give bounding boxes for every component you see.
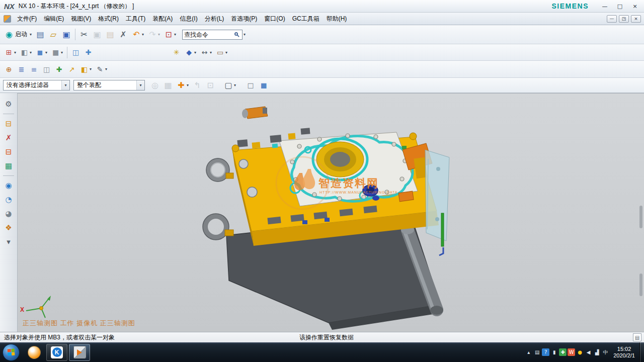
wps-tray-icon[interactable]: W: [568, 348, 575, 356]
menu-item-9[interactable]: 窗口(O): [261, 13, 288, 25]
kingsoft-taskbar-button[interactable]: K: [46, 344, 67, 361]
part-navigator-icon[interactable]: ⊟: [3, 146, 14, 157]
background-button[interactable]: ■▾: [50, 47, 64, 58]
menu-item-6[interactable]: 信息(I): [176, 13, 201, 25]
taskbar-clock[interactable]: 15:02 2020/2/1: [613, 346, 635, 359]
wireframe-object-button[interactable]: ◻: [245, 80, 257, 91]
rectangle-select-button[interactable]: ▢▾: [222, 80, 237, 91]
menu-item-7[interactable]: 分析(L): [201, 13, 228, 25]
menu-item-4[interactable]: 工具(T): [122, 13, 149, 25]
materials-icon[interactable]: ❖: [3, 222, 14, 233]
assembly-constraints-button[interactable]: ✚: [53, 64, 65, 74]
chevron-down-icon: ▾: [61, 80, 69, 90]
network-tray-icon[interactable]: ▟: [593, 348, 601, 356]
assembly-constraints-button-glyph: ✚: [55, 65, 63, 73]
viewport-scrollbar[interactable]: [639, 206, 642, 228]
menu-item-8[interactable]: 首选项(P): [227, 13, 261, 25]
scene-icon[interactable]: ◕: [3, 208, 14, 219]
menu-item-10[interactable]: GC工具箱: [289, 13, 323, 25]
status-log-icon[interactable]: ▤: [633, 333, 641, 341]
netdisk-tray-icon[interactable]: ●: [576, 348, 584, 356]
help-tray-icon[interactable]: ?: [542, 348, 549, 356]
measure-distance-button[interactable]: ↔▾: [199, 47, 213, 58]
reuse-library-icon-glyph: ▦: [4, 161, 13, 170]
maximize-button[interactable]: □: [613, 2, 626, 11]
display-tray-icon-glyph: ▤: [533, 348, 541, 356]
doc-minimize-button[interactable]: —: [607, 15, 617, 23]
undo-button[interactable]: ↶▾: [130, 29, 145, 40]
viewport-scrollbar[interactable]: [639, 274, 642, 296]
save-button[interactable]: ▣: [60, 29, 72, 40]
show-desktop-button[interactable]: [639, 342, 644, 362]
pan-view-button[interactable]: ✚: [83, 47, 94, 58]
security-tray-icon[interactable]: ✚: [559, 348, 567, 356]
new-file-button[interactable]: ▤: [34, 29, 46, 40]
history-icon[interactable]: ◔: [3, 194, 14, 205]
open-button[interactable]: ▱: [47, 29, 59, 40]
cad-model-canvas[interactable]: 智造资料网 HTTP://WWW.MANUFACTURING-DATA X: [18, 94, 644, 332]
touch-mode-button[interactable]: ⊡▾: [163, 29, 178, 40]
start-menu-button[interactable]: ◉启动▾: [3, 29, 33, 40]
model-center-bore: [313, 139, 367, 180]
edit-component-button[interactable]: ✎▾: [94, 64, 109, 74]
view-orientation-button[interactable]: ◼▾: [34, 47, 49, 58]
point-constructor-button[interactable]: ◆▾: [183, 47, 198, 58]
add-to-selection-button[interactable]: ✚▾: [175, 80, 190, 91]
move-component-button[interactable]: ↗: [66, 64, 77, 74]
start-button[interactable]: [3, 344, 20, 361]
cut-button[interactable]: ✂: [78, 29, 90, 40]
add-to-selection-button-glyph: ✚: [177, 81, 186, 90]
close-button[interactable]: ×: [628, 2, 641, 11]
roles-gear-icon[interactable]: ⚙: [3, 99, 14, 110]
find-component-button[interactable]: ⊕: [3, 64, 15, 74]
reuse-library-icon[interactable]: ▦: [3, 160, 14, 171]
standard-toolbar-icons: ◉启动▾▤▱▣✂▣▤✗↶▾↷▾⊡▾: [3, 29, 178, 40]
assembly-sequence-button[interactable]: ≡: [28, 64, 40, 74]
ruler-button[interactable]: ▭▾: [214, 47, 229, 58]
assembly-toolbar-icons: ⊕≣≡◫✚↗◧▾✎▾: [3, 64, 109, 74]
usb-tray-icon[interactable]: ▮: [550, 348, 558, 356]
fit-window-button[interactable]: ⊞▾: [3, 47, 18, 58]
constraint-navigator-icon[interactable]: ✗: [3, 132, 14, 143]
doc-close-button[interactable]: ×: [631, 15, 641, 23]
show-hide-button[interactable]: ◫: [70, 47, 82, 58]
render-style-button[interactable]: ◧▾: [19, 47, 33, 58]
chevron-down-icon: ▾: [194, 50, 196, 55]
minimize-button[interactable]: —: [598, 2, 611, 11]
web-browser-icon[interactable]: ◉: [3, 180, 14, 191]
sidebar-more-icon[interactable]: ▾: [3, 236, 14, 247]
menu-item-3[interactable]: 格式(R): [95, 13, 122, 25]
browser-taskbar-button[interactable]: [24, 344, 45, 361]
scope-filter-dropdown[interactable]: 整个装配 ▾: [73, 80, 145, 90]
shaded-object-button[interactable]: ◼: [258, 80, 270, 91]
window-title: NX 10 - 基本环境 - [24_x_t.prt （修改的） ]: [19, 2, 134, 11]
menu-item-2[interactable]: 视图(V): [67, 13, 95, 25]
menu-item-11[interactable]: 帮助(H): [323, 13, 351, 25]
input-method-icon[interactable]: 中: [602, 348, 609, 356]
search-input[interactable]: [184, 31, 233, 38]
delete-button[interactable]: ✗: [117, 29, 129, 40]
snap-point-button[interactable]: ✳: [171, 47, 182, 58]
assembly-navigator-icon[interactable]: ⊟: [3, 118, 14, 129]
hidden-icons-button[interactable]: ▴: [525, 348, 532, 356]
wave-link-button[interactable]: ◫: [41, 64, 52, 74]
search-dropdown-caret[interactable]: ▾: [244, 32, 246, 37]
search-icon[interactable]: [234, 32, 238, 36]
chevron-down-icon: ▾: [136, 80, 144, 90]
nx-taskbar-button[interactable]: [69, 344, 90, 361]
menu-item-5[interactable]: 装配(A): [149, 13, 176, 25]
exploded-view-button[interactable]: ≣: [16, 64, 27, 74]
title-bar: NX NX 10 - 基本环境 - [24_x_t.prt （修改的） ] SI…: [0, 0, 644, 13]
menu-item-0[interactable]: 文件(F): [14, 13, 40, 25]
menu-item-1[interactable]: 编辑(E): [40, 13, 67, 25]
doc-restore-button[interactable]: ◳: [619, 15, 629, 23]
display-tray-icon[interactable]: ▤: [533, 348, 541, 356]
kingsoft-icon: K: [51, 346, 63, 358]
add-component-button[interactable]: ◧▾: [78, 64, 93, 74]
command-finder[interactable]: [182, 30, 243, 40]
separator: [67, 47, 67, 58]
volume-tray-icon[interactable]: ◀: [585, 348, 592, 356]
type-filter-dropdown[interactable]: 没有选择过滤器 ▾: [3, 80, 70, 90]
model-floating-part: [242, 107, 268, 119]
graphics-viewport[interactable]: 智造资料网 HTTP://WWW.MANUFACTURING-DATA X 正三…: [18, 93, 644, 332]
